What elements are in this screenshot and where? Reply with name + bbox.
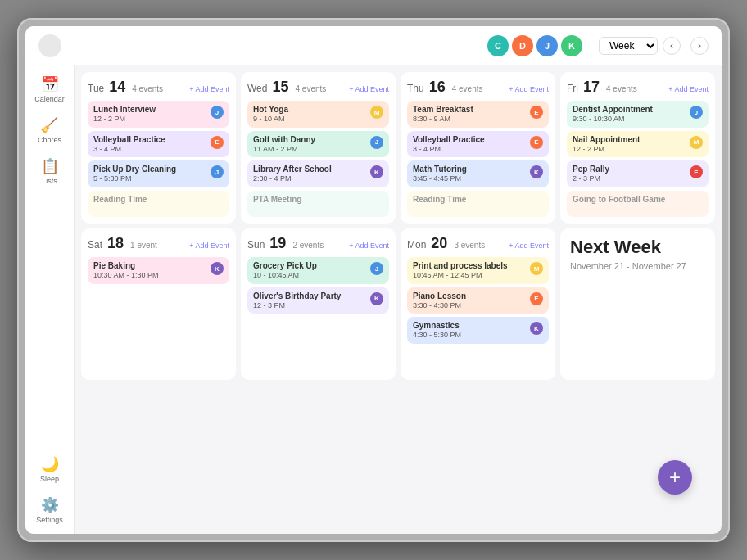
day-col-20: Mon 20 3 events + Add Event Print and pr… — [401, 228, 555, 380]
event-text: Reading Time — [413, 194, 543, 205]
event-time: 2:30 - 4 PM — [253, 174, 367, 184]
event-card-2[interactable]: Math Tutoring 3:45 - 4:45 PM K — [407, 160, 549, 187]
event-card-3[interactable]: Reading Time — [88, 191, 229, 217]
event-title: Team Breakfast — [413, 104, 527, 115]
sidebar-item-lists[interactable]: 📋 Lists — [41, 157, 59, 185]
event-card-2[interactable]: Pep Rally 2 - 3 PM E — [567, 160, 709, 187]
day-num: 14 — [109, 79, 125, 96]
event-card-2[interactable]: Library After School 2:30 - 4 PM K — [247, 160, 389, 187]
avatar-k[interactable]: K — [561, 35, 582, 56]
add-event-link[interactable]: + Add Event — [349, 85, 389, 93]
day-num: 18 — [107, 235, 124, 252]
event-text: Nail Appointment 12 - 2 PM — [573, 134, 686, 155]
avatar-j[interactable]: J — [536, 35, 558, 56]
day-col-17: Fri 17 4 events + Add Event Dentist Appo… — [560, 72, 715, 224]
day-count: 4 events — [296, 84, 327, 93]
event-title: Volleyball Practice — [413, 134, 527, 145]
avatar-d[interactable]: D — [512, 35, 533, 56]
avatar-group: CDJK — [487, 35, 582, 56]
event-dot: M — [690, 136, 703, 149]
event-card-0[interactable]: Grocery Pick Up 10 - 10:45 AM J — [247, 257, 389, 284]
day-header-15: Wed 15 4 events + Add Event — [247, 79, 389, 96]
next-button[interactable]: › — [690, 37, 709, 55]
event-card-3[interactable]: Reading Time — [407, 191, 549, 217]
event-dot: E — [530, 136, 543, 149]
add-event-link[interactable]: + Add Event — [509, 85, 549, 93]
day-col-19: Sun 19 2 events + Add Event Grocery Pick… — [241, 228, 396, 380]
next-week-panel: Next Week November 21 - November 27 — [560, 228, 715, 380]
event-card-0[interactable]: Lunch Interview 12 - 2 PM J — [88, 101, 229, 128]
event-time: 12 - 3 PM — [253, 301, 367, 311]
event-time: 10:45 AM - 12:45 PM — [413, 271, 527, 281]
next-week-title: Next Week — [570, 237, 705, 258]
prev-button[interactable]: ‹ — [663, 37, 681, 55]
sidebar-item-chores[interactable]: 🧹 Chores — [38, 116, 61, 144]
event-dot: M — [370, 106, 383, 119]
day-num: 16 — [429, 79, 446, 96]
sidebar-icon-3: 🌙 — [41, 455, 59, 473]
event-dot: J — [370, 262, 383, 275]
day-col-18: Sat 18 1 event + Add Event Pie Baking 10… — [81, 228, 236, 380]
event-card-1[interactable]: Golf with Danny 11 AM - 2 PM J — [247, 131, 389, 158]
event-text: Reading Time — [93, 194, 224, 205]
event-text: Library After School 2:30 - 4 PM — [253, 164, 367, 184]
sidebar-icon-0: 📅 — [41, 75, 59, 93]
event-time: 5 - 5:30 PM — [93, 174, 207, 184]
event-card-1[interactable]: Oliver's Birthday Party 12 - 3 PM K — [247, 287, 389, 314]
event-dot: K — [370, 292, 383, 305]
event-text: PTA Meeting — [253, 194, 383, 205]
header: CDJK Week Month Day ‹ › — [25, 26, 722, 65]
sidebar-item-calendar[interactable]: 📅 Calendar — [34, 75, 65, 103]
day-count: 4 events — [452, 84, 483, 93]
event-title: Reading Time — [93, 194, 224, 205]
event-time: 3 - 4 PM — [413, 145, 527, 155]
avatar-c[interactable]: C — [487, 35, 509, 56]
event-card-0[interactable]: Print and process labels 10:45 AM - 12:4… — [407, 257, 549, 284]
day-name: Fri — [567, 83, 578, 94]
event-card-0[interactable]: Dentist Appointment 9:30 - 10:30 AM J — [567, 101, 709, 128]
event-time: 8:30 - 9 AM — [413, 115, 527, 124]
day-header-14: Tue 14 4 events + Add Event — [88, 79, 229, 96]
event-time: 3:45 - 4:45 PM — [413, 174, 527, 184]
event-card-2[interactable]: Pick Up Dry Cleaning 5 - 5:30 PM J — [88, 160, 229, 187]
day-num: 17 — [583, 79, 600, 96]
event-card-0[interactable]: Team Breakfast 8:30 - 9 AM E — [407, 101, 549, 128]
add-event-fab[interactable]: + — [658, 460, 692, 495]
event-card-0[interactable]: Hot Yoga 9 - 10 AM M — [247, 101, 389, 128]
event-title: Library After School — [253, 164, 367, 174]
view-select[interactable]: Week Month Day — [599, 37, 658, 55]
day-count: 3 events — [454, 241, 485, 250]
event-text: Piano Lesson 3:30 - 4:30 PM — [413, 291, 527, 311]
day-col-14: Tue 14 4 events + Add Event Lunch Interv… — [81, 72, 236, 224]
day-name: Wed — [247, 83, 267, 94]
day-count: 2 events — [292, 241, 324, 250]
event-dot: K — [211, 262, 224, 275]
day-count: 4 events — [606, 84, 637, 93]
event-title: Oliver's Birthday Party — [253, 291, 367, 301]
event-card-2[interactable]: Gymnastics 4:30 - 5:30 PM K — [407, 317, 549, 344]
event-card-3[interactable]: PTA Meeting — [247, 191, 389, 217]
event-text: Hot Yoga 9 - 10 AM — [253, 104, 367, 124]
event-dot: E — [530, 106, 543, 119]
event-title: Math Tutoring — [413, 164, 527, 174]
add-event-link[interactable]: + Add Event — [349, 242, 389, 250]
day-name: Mon — [407, 239, 426, 251]
add-event-link[interactable]: + Add Event — [668, 85, 709, 93]
sidebar-item-sleep[interactable]: 🌙 Sleep — [40, 455, 59, 483]
day-num: 19 — [269, 235, 286, 252]
event-title: Print and process labels — [413, 260, 527, 271]
sidebar-icon-2: 📋 — [41, 157, 59, 175]
event-card-3[interactable]: Going to Football Game — [567, 191, 709, 217]
add-event-link[interactable]: + Add Event — [189, 85, 229, 93]
sidebar-item-settings[interactable]: ⚙️ Settings — [36, 496, 63, 524]
event-title: Nail Appointment — [573, 134, 686, 145]
event-text: Volleyball Practice 3 - 4 PM — [93, 134, 207, 155]
add-event-link[interactable]: + Add Event — [509, 242, 549, 250]
add-event-link[interactable]: + Add Event — [189, 242, 229, 250]
event-card-1[interactable]: Nail Appointment 12 - 2 PM M — [567, 131, 709, 158]
sidebar-label-4: Settings — [36, 516, 63, 524]
event-card-1[interactable]: Volleyball Practice 3 - 4 PM E — [407, 131, 549, 158]
event-card-1[interactable]: Volleyball Practice 3 - 4 PM E — [88, 131, 229, 158]
event-card-1[interactable]: Piano Lesson 3:30 - 4:30 PM E — [407, 287, 549, 314]
event-card-0[interactable]: Pie Baking 10:30 AM - 1:30 PM K — [88, 257, 229, 284]
